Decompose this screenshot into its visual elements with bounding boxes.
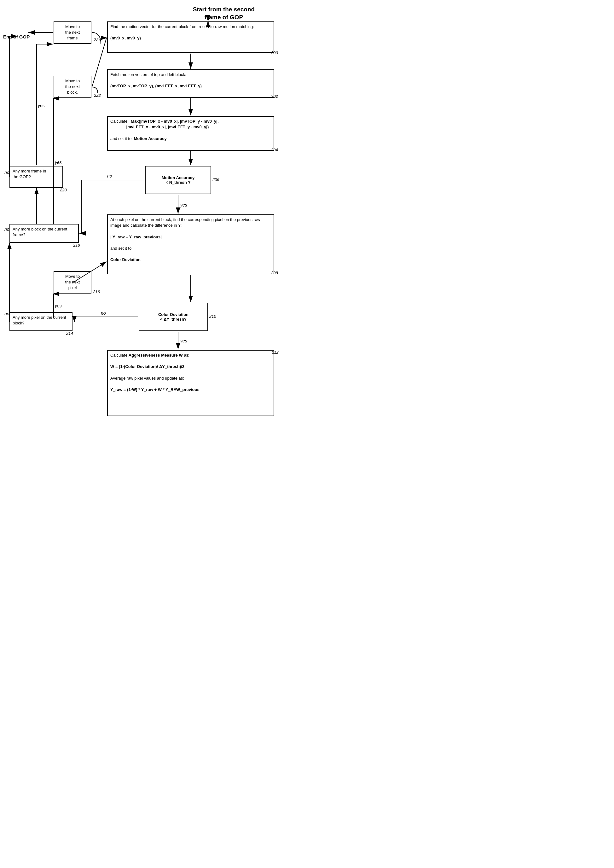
svg-text:no: no bbox=[5, 311, 9, 316]
svg-text:yes: yes bbox=[54, 303, 62, 308]
num-214: 214 bbox=[66, 331, 73, 336]
num-222: 222 bbox=[94, 93, 101, 98]
next-pixel-box: Move tothe nextpixel bbox=[54, 271, 91, 293]
svg-text:yes: yes bbox=[180, 338, 187, 343]
num-216: 216 bbox=[93, 289, 100, 294]
num-210: 210 bbox=[209, 314, 216, 319]
aggressiveness-box: Calculate Aggressiveness Measure W as: W… bbox=[107, 350, 274, 416]
any-more-frame-box: Any more frame inthe GOP? bbox=[9, 166, 63, 188]
num-220: 220 bbox=[60, 188, 67, 193]
num-204: 204 bbox=[271, 148, 278, 152]
svg-line-26 bbox=[92, 38, 107, 87]
num-202: 202 bbox=[271, 94, 278, 99]
next-frame-box: Move tothe nextframe bbox=[54, 22, 91, 44]
svg-text:yes: yes bbox=[180, 202, 187, 208]
num-208: 208 bbox=[271, 270, 278, 275]
any-more-pixel-box: Any more pixel on the currentblock? bbox=[9, 312, 73, 331]
motion-accuracy-diamond-wrapper: Motion Accuracy< N_thresh ? bbox=[145, 166, 211, 194]
svg-text:no: no bbox=[107, 173, 112, 179]
any-more-block-box: Any more block on the currentframe? bbox=[9, 224, 79, 243]
next-block-box: Move tothe nextblock. bbox=[54, 76, 91, 98]
num-212: 212 bbox=[272, 350, 279, 355]
num-206: 206 bbox=[212, 177, 219, 182]
num-224: 224 bbox=[94, 37, 101, 42]
svg-text:no: no bbox=[5, 227, 9, 232]
end-gop-label: End of GOP bbox=[3, 34, 29, 39]
color-deviation-diamond-wrapper: Color Deviation< ΔY_thresh? bbox=[139, 303, 208, 331]
color-deviation-label: Color Deviation< ΔY_thresh? bbox=[158, 312, 189, 321]
calculate-max-box: Calculate: Max(|mvTOP_x - mv0_x|, |mvTOP… bbox=[107, 116, 274, 151]
svg-text:yes: yes bbox=[54, 160, 62, 165]
svg-text:no: no bbox=[101, 311, 106, 315]
pixel-calc-box: At each pixel on the current block, find… bbox=[107, 214, 274, 274]
diagram-container: Start from the secondframe of GOP End of… bbox=[0, 0, 307, 434]
motion-accuracy-label: Motion Accuracy< N_thresh ? bbox=[162, 175, 194, 185]
find-mv-box: Find the motion vector for the current b… bbox=[107, 22, 274, 53]
svg-text:yes: yes bbox=[37, 103, 45, 108]
fetch-mv-box: Fetch motion vectors of top and left blo… bbox=[107, 69, 274, 98]
num-218: 218 bbox=[73, 243, 80, 247]
num-200: 200 bbox=[271, 50, 278, 55]
page-title: Start from the secondframe of GOP bbox=[170, 6, 278, 21]
svg-text:no: no bbox=[5, 170, 9, 175]
